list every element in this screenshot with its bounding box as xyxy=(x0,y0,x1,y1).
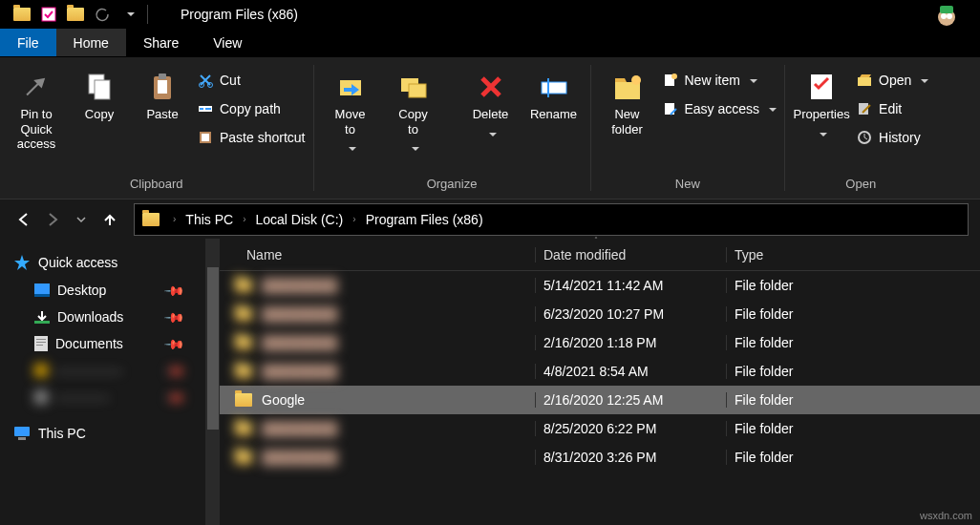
nav-back-button[interactable] xyxy=(11,207,36,232)
nav-recent-button[interactable] xyxy=(69,207,94,232)
newitem-icon xyxy=(662,72,679,89)
svg-rect-35 xyxy=(36,339,46,340)
qat-properties-icon[interactable] xyxy=(38,4,59,25)
open-button[interactable]: Open xyxy=(856,69,928,92)
tab-file[interactable]: File xyxy=(0,29,56,56)
pastesc-label: Paste shortcut xyxy=(220,130,306,145)
moveto-button[interactable]: Move to xyxy=(322,67,379,157)
history-button[interactable]: History xyxy=(856,126,928,149)
file-list: ˄ Name Date modified Type ████████5/14/2… xyxy=(220,239,980,525)
svg-rect-19 xyxy=(409,84,426,97)
chevron-down-icon xyxy=(765,101,777,116)
nav-downloads[interactable]: Downloads 📌 xyxy=(0,304,205,330)
tab-home[interactable]: Home xyxy=(56,29,126,56)
nav-item-blurred[interactable]: —————📌 xyxy=(0,357,205,384)
pin-icon: 📌 xyxy=(163,305,185,327)
edit-button[interactable]: Edit xyxy=(856,97,928,120)
file-type: File folder xyxy=(726,450,980,465)
copypath-label: Copy path xyxy=(220,101,281,116)
nav-quickaccess-label: Quick access xyxy=(38,255,117,270)
folder-icon xyxy=(235,393,252,407)
qat-customize-icon[interactable] xyxy=(118,4,139,25)
quick-access-toolbar xyxy=(11,4,139,25)
file-name: ████████ xyxy=(262,364,337,379)
cut-button[interactable]: Cut xyxy=(197,69,306,92)
content-area: Quick access Desktop 📌 Downloads 📌 Docum… xyxy=(0,239,980,525)
nav-item-blurred[interactable]: ————📌 xyxy=(0,384,205,410)
folder-icon xyxy=(142,213,160,226)
file-type: File folder xyxy=(726,335,980,350)
pin-quickaccess-button[interactable]: Pin to Quick access xyxy=(8,67,65,152)
header-date[interactable]: Date modified xyxy=(535,247,726,262)
svg-rect-36 xyxy=(36,342,46,343)
pin-label: Pin to Quick access xyxy=(8,107,65,152)
qat-undo-icon[interactable] xyxy=(92,4,113,25)
breadcrumb[interactable]: › This PC › Local Disk (C:) › Program Fi… xyxy=(134,203,969,236)
table-row[interactable]: Google2/16/2020 12:25 AMFile folder xyxy=(220,386,980,414)
newitem-button[interactable]: New item xyxy=(662,69,778,92)
svg-rect-6 xyxy=(95,80,110,99)
nav-quickaccess[interactable]: Quick access xyxy=(0,248,205,277)
newfolder-button[interactable]: New folder xyxy=(599,67,656,136)
crumb-drive[interactable]: Local Disk (C:) xyxy=(251,212,347,227)
file-type: File folder xyxy=(726,306,980,322)
nav-downloads-label: Downloads xyxy=(57,309,123,325)
history-label: History xyxy=(879,130,921,145)
column-headers: Name Date modified Type xyxy=(220,239,980,271)
nav-documents[interactable]: Documents 📌 xyxy=(0,330,205,357)
copy-button[interactable]: Copy xyxy=(71,67,128,122)
table-row[interactable]: ████████8/25/2020 6:22 PMFile folder xyxy=(220,414,980,443)
rename-button[interactable]: Rename xyxy=(525,67,583,122)
group-open-label: Open xyxy=(793,177,928,195)
table-row[interactable]: ████████4/8/2021 8:54 AMFile folder xyxy=(220,357,980,386)
svg-rect-33 xyxy=(34,321,50,324)
table-row[interactable]: ████████5/14/2021 11:42 AMFile folder xyxy=(220,271,980,300)
nav-desktop[interactable]: Desktop 📌 xyxy=(0,277,205,304)
chevron-down-icon xyxy=(746,73,757,88)
group-new: New folder New item Easy access New xyxy=(591,57,785,199)
chevron-down-icon xyxy=(408,140,419,157)
tab-view[interactable]: View xyxy=(196,29,259,56)
svg-rect-32 xyxy=(34,294,50,297)
title-bar: Program Files (x86) xyxy=(0,0,980,29)
svg-rect-14 xyxy=(205,108,211,110)
properties-button[interactable]: Properties xyxy=(793,67,850,141)
nav-forward-button[interactable] xyxy=(40,207,65,232)
nav-thispc[interactable]: This PC xyxy=(0,420,205,447)
crumb-folder[interactable]: Program Files (x86) xyxy=(362,212,487,227)
svg-point-3 xyxy=(941,13,947,19)
crumb-thispc[interactable]: This PC xyxy=(181,212,237,227)
copypath-button[interactable]: Copy path xyxy=(197,97,306,120)
qat-folder-icon[interactable] xyxy=(11,4,32,25)
svg-rect-31 xyxy=(34,284,50,294)
history-icon xyxy=(856,129,873,146)
easyaccess-label: Easy access xyxy=(685,101,760,116)
file-date: 4/8/2021 8:54 AM xyxy=(535,364,726,379)
group-organize-label: Organize xyxy=(322,177,583,195)
table-row[interactable]: ████████6/23/2020 10:27 PMFile folder xyxy=(220,300,980,328)
svg-point-4 xyxy=(947,13,952,19)
desktop-icon xyxy=(34,284,50,297)
tab-share[interactable]: Share xyxy=(126,29,196,56)
document-icon xyxy=(34,336,48,351)
table-row[interactable]: ████████2/16/2020 1:18 PMFile folder xyxy=(220,328,980,357)
copyto-button[interactable]: Copy to xyxy=(385,67,442,157)
pasteshortcut-button[interactable]: Paste shortcut xyxy=(197,126,306,149)
open-icon xyxy=(856,72,873,89)
nav-scrollbar[interactable] xyxy=(205,239,221,525)
download-icon xyxy=(34,309,50,325)
nav-desktop-label: Desktop xyxy=(57,283,106,298)
mascot-icon xyxy=(932,0,961,29)
delete-button[interactable]: Delete xyxy=(462,67,520,141)
header-name[interactable]: Name xyxy=(220,247,535,262)
table-row[interactable]: ████████8/31/2020 3:26 PMFile folder xyxy=(220,443,980,472)
svg-rect-38 xyxy=(14,427,30,436)
header-type[interactable]: Type xyxy=(726,247,980,262)
paste-button[interactable]: Paste xyxy=(134,67,191,122)
nav-up-button[interactable] xyxy=(97,207,122,232)
folder-icon xyxy=(235,279,252,292)
file-type: File folder xyxy=(726,421,980,436)
easyaccess-button[interactable]: Easy access xyxy=(662,97,778,120)
window-title: Program Files (x86) xyxy=(181,7,298,22)
qat-newfolder-icon[interactable] xyxy=(65,4,86,25)
